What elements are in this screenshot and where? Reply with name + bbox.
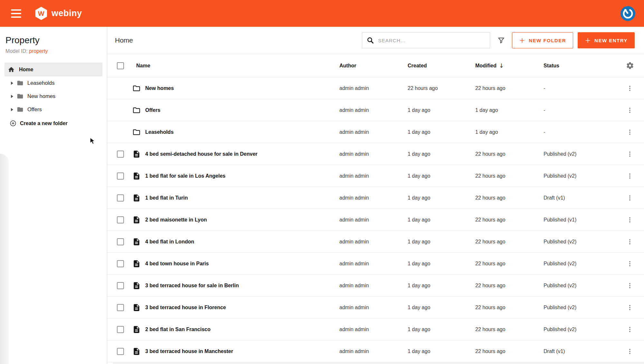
row-checkbox[interactable] (117, 348, 124, 355)
chevron-right-icon[interactable] (11, 81, 14, 85)
row-menu-button[interactable] (624, 280, 636, 291)
row-created: 1 day ago (408, 151, 475, 157)
column-header-name[interactable]: Name (136, 63, 339, 69)
table-row-entry[interactable]: 4 bed semi-detached house for sale in De… (107, 143, 644, 165)
table-row-entry[interactable]: 2 bed maisonette in Lyon admin admin 1 d… (107, 209, 644, 231)
list-footer-strip (113, 362, 644, 364)
row-modified: 22 hours ago (475, 261, 544, 267)
table-row-entry[interactable]: 1 bed flat in Turin admin admin 1 day ag… (107, 187, 644, 209)
table-row-entry[interactable]: 4 bed town house in Paris admin admin 1 … (107, 253, 644, 275)
table-row-entry[interactable]: 3 bed terraced house for sale in Berlin … (107, 275, 644, 297)
row-menu-button[interactable] (624, 214, 636, 226)
kebab-menu-icon (626, 216, 633, 223)
row-created: 1 day ago (408, 239, 475, 245)
row-modified: 22 hours ago (475, 151, 544, 157)
row-created: 1 day ago (408, 173, 475, 179)
table-row-entry[interactable]: 1 bed flat for sale in Los Angeles admin… (107, 165, 644, 187)
table-body: New homes admin admin 22 hours ago 22 ho… (107, 77, 644, 362)
table-row-entry[interactable]: 4 bed flat in London admin admin 1 day a… (107, 231, 644, 253)
table-row-entry[interactable]: 3 bed terraced house in Manchester admin… (107, 340, 644, 362)
row-status: Published (v2) (544, 151, 621, 157)
table-row-entry[interactable]: 3 bed terraced house in Florence admin a… (107, 297, 644, 319)
row-checkbox[interactable] (117, 151, 124, 158)
row-menu-button[interactable] (624, 192, 636, 204)
row-status: - (544, 85, 621, 91)
main-panel: Home NEW (107, 27, 644, 364)
row-created: 1 day ago (408, 305, 475, 310)
row-menu-button[interactable] (624, 170, 636, 182)
row-created: 1 day ago (408, 349, 475, 354)
chevron-right-icon[interactable] (11, 108, 14, 112)
row-checkbox[interactable] (117, 238, 124, 245)
create-folder-button[interactable]: Create a new folder (5, 120, 68, 127)
document-icon (132, 281, 141, 290)
table-row-folder[interactable]: Leaseholds admin admin 1 day ago 1 day a… (107, 121, 644, 143)
kebab-menu-icon (626, 129, 633, 136)
row-created: 22 hours ago (408, 85, 475, 91)
row-created: 1 day ago (408, 129, 475, 135)
row-name-cell[interactable]: 4 bed semi-detached house for sale in De… (128, 150, 339, 158)
select-all-checkbox[interactable] (117, 62, 124, 69)
model-id-link[interactable]: property (29, 48, 48, 54)
row-name-cell[interactable]: 4 bed town house in Paris (128, 260, 339, 268)
column-header-modified[interactable]: Modified ↓ (475, 62, 544, 69)
row-name-cell[interactable]: New homes (128, 84, 339, 93)
row-menu-button[interactable] (624, 104, 636, 116)
row-menu-button[interactable] (624, 346, 636, 357)
row-modified: 22 hours ago (475, 239, 544, 245)
column-header-created[interactable]: Created (408, 63, 475, 69)
sidebar-item-home[interactable]: Home (5, 63, 102, 76)
row-name-cell[interactable]: Leaseholds (128, 128, 339, 136)
row-name-cell[interactable]: 1 bed flat in Turin (128, 194, 339, 202)
kebab-menu-icon (626, 282, 633, 289)
row-name-cell[interactable]: 3 bed terraced house in Manchester (128, 347, 339, 356)
row-name-cell[interactable]: 2 bed maisonette in Lyon (128, 216, 339, 224)
menu-hamburger-icon[interactable] (11, 9, 21, 18)
row-name-cell[interactable]: 3 bed terraced house in Florence (128, 303, 339, 312)
new-entry-button[interactable]: NEW ENTRY (578, 32, 635, 48)
column-header-author[interactable]: Author (339, 63, 408, 69)
row-status: - (544, 107, 621, 113)
row-checkbox[interactable] (117, 216, 124, 223)
row-author: admin admin (339, 85, 408, 91)
table-row-folder[interactable]: New homes admin admin 22 hours ago 22 ho… (107, 77, 644, 99)
column-header-status[interactable]: Status (544, 63, 621, 69)
row-menu-button[interactable] (624, 148, 636, 160)
chevron-right-icon[interactable] (11, 94, 14, 98)
sidebar-folder-item[interactable]: Leaseholds (5, 76, 102, 90)
user-avatar[interactable] (620, 6, 636, 21)
row-name-cell[interactable]: Offers (128, 106, 339, 114)
new-folder-button[interactable]: NEW FOLDER (512, 32, 573, 48)
row-menu-button[interactable] (624, 258, 636, 270)
table-row-entry[interactable]: 2 bed flat in San Francisco admin admin … (107, 319, 644, 340)
row-name-cell[interactable]: 1 bed flat for sale in Los Angeles (128, 172, 339, 180)
filter-button[interactable] (495, 34, 507, 47)
kebab-menu-icon (626, 304, 633, 311)
row-author: admin admin (339, 151, 408, 157)
row-name-cell[interactable]: 2 bed flat in San Francisco (128, 325, 339, 334)
row-checkbox[interactable] (117, 260, 124, 267)
row-name-cell[interactable]: 3 bed terraced house for sale in Berlin (128, 281, 339, 290)
row-menu-button[interactable] (624, 126, 636, 138)
document-icon (132, 260, 141, 268)
row-author: admin admin (339, 217, 408, 223)
folder-icon (132, 128, 141, 136)
search-input[interactable] (378, 38, 485, 43)
row-status: Draft (v1) (544, 349, 621, 354)
sidebar-folder-item[interactable]: New homes (5, 90, 102, 103)
row-checkbox[interactable] (117, 282, 124, 289)
row-checkbox[interactable] (117, 304, 124, 311)
row-menu-button[interactable] (624, 236, 636, 248)
kebab-menu-icon (626, 172, 633, 180)
row-name-cell[interactable]: 4 bed flat in London (128, 238, 339, 246)
row-menu-button[interactable] (624, 302, 636, 313)
row-menu-button[interactable] (624, 324, 636, 335)
sidebar-folder-item[interactable]: Offers (5, 103, 102, 116)
row-checkbox[interactable] (117, 326, 124, 333)
table-settings-button[interactable] (623, 59, 636, 72)
row-checkbox[interactable] (117, 194, 124, 202)
row-menu-button[interactable] (624, 83, 636, 94)
row-status: Draft (v1) (544, 195, 621, 201)
row-checkbox[interactable] (117, 172, 124, 180)
table-row-folder[interactable]: Offers admin admin 1 day ago 1 day ago - (107, 99, 644, 121)
